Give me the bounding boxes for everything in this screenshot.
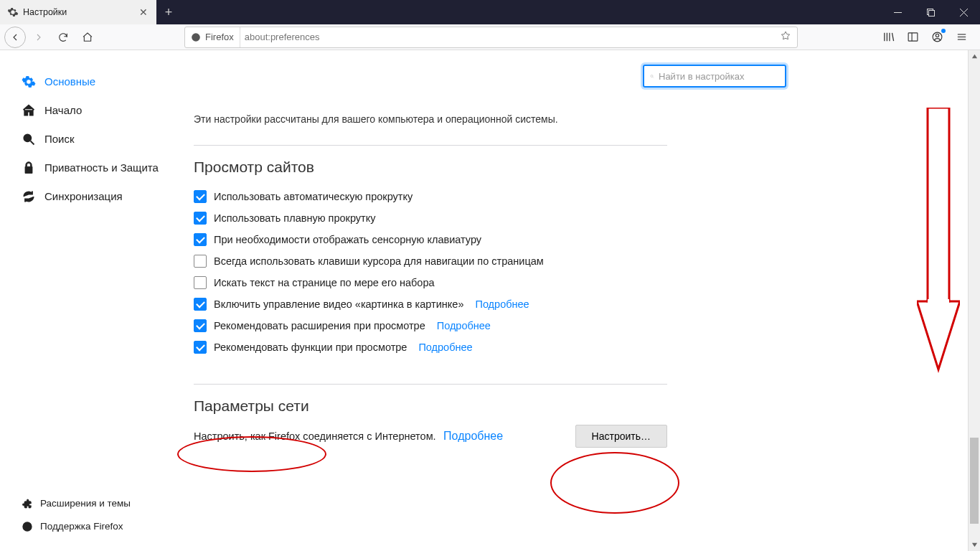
library-button[interactable] [877, 27, 900, 48]
checkbox-label: Рекомендовать расширения при просмотре [214, 320, 425, 331]
learn-more-link[interactable]: Подробнее [418, 342, 472, 353]
checkbox[interactable] [194, 233, 207, 246]
checkbox-smoothscroll[interactable]: Использовать плавную прокрутку [194, 207, 667, 229]
checkbox-autoscroll[interactable]: Использовать автоматическую прокрутку [194, 186, 667, 207]
sidebar-label: Поддержка Firefox [40, 521, 123, 532]
checkbox-label: Искать текст на странице по мере его наб… [214, 277, 435, 288]
vertical-scrollbar[interactable] [968, 50, 980, 551]
sidebar-item-home[interactable]: Начало [22, 96, 172, 125]
identity-label: Firefox [205, 32, 234, 42]
sync-icon [22, 189, 36, 204]
preferences-search[interactable] [643, 65, 786, 88]
checkbox-touchkeyboard[interactable]: При необходимости отображать сенсорную к… [194, 229, 667, 250]
lock-icon [22, 161, 36, 175]
sidebar-item-privacy[interactable]: Приватность и Защита [22, 154, 172, 182]
network-settings-button[interactable]: Настроить… [575, 425, 667, 448]
sidebar-item-general[interactable]: Основные [22, 67, 172, 96]
svg-point-5 [192, 33, 200, 42]
url-text: about:preferences [245, 32, 776, 42]
checkbox[interactable] [194, 341, 207, 354]
scroll-down-arrow[interactable] [969, 539, 980, 551]
checkbox[interactable] [194, 276, 207, 289]
checkbox-label: Включить управление видео «картинка в ка… [214, 298, 463, 310]
gear-icon [22, 75, 36, 89]
firefox-icon [191, 32, 201, 42]
network-description: Настроить, как Firefox соединяется с Инт… [194, 430, 436, 442]
sidebar-label: Расширения и темы [40, 498, 131, 509]
search-icon [650, 72, 654, 81]
checkbox-label: Использовать плавную прокрутку [214, 212, 375, 224]
sidebar-item-sync[interactable]: Синхронизация [22, 182, 172, 211]
help-icon [22, 521, 33, 532]
sidebar-item-support[interactable]: Поддержка Firefox [22, 515, 131, 538]
scroll-thumb[interactable] [970, 438, 979, 524]
checkbox-label: Всегда использовать клавиши курсора для … [214, 255, 544, 267]
categories-sidebar: Основные Начало Поиск Приватность и Защи… [0, 50, 172, 551]
identity-box[interactable]: Firefox [191, 27, 240, 47]
new-tab-button[interactable]: + [156, 0, 181, 24]
checkbox-label: Рекомендовать функции при просмотре [214, 342, 407, 353]
checkbox[interactable] [194, 255, 207, 268]
learn-more-link[interactable]: Подробнее [475, 298, 529, 310]
sidebar-label: Приватность и Защита [44, 161, 159, 174]
checkbox-recommend-extensions[interactable]: Рекомендовать расширения при просмотре П… [194, 315, 667, 336]
checkbox[interactable] [194, 319, 207, 332]
back-button[interactable] [4, 27, 26, 48]
separator [194, 145, 667, 146]
checkbox-label: Использовать автоматическую прокрутку [214, 191, 413, 202]
svg-point-13 [24, 134, 31, 141]
forward-button[interactable] [27, 27, 50, 48]
checkbox[interactable] [194, 298, 207, 311]
svg-point-16 [651, 75, 653, 77]
tab-title: Настройки [23, 7, 133, 17]
close-window-button[interactable] [947, 0, 980, 24]
sidebar-label: Основные [44, 75, 95, 88]
titlebar: Настройки ✕ + [0, 0, 980, 24]
svg-rect-6 [908, 33, 918, 41]
checkbox[interactable] [194, 190, 207, 203]
sidebar-label: Начало [44, 104, 82, 117]
home-icon [22, 103, 36, 118]
svg-point-9 [936, 34, 938, 37]
sidebar-label: Синхронизация [44, 190, 123, 203]
network-section-title: Параметры сети [194, 397, 667, 415]
window-controls [881, 0, 980, 24]
learn-more-link[interactable]: Подробнее [437, 320, 491, 331]
reload-button[interactable] [52, 27, 75, 48]
sidebar-item-extensions[interactable]: Расширения и темы [22, 492, 131, 515]
nav-toolbar: Firefox about:preferences [0, 24, 980, 50]
maximize-button[interactable] [914, 0, 947, 24]
checkbox-caret-browsing[interactable]: Всегда использовать клавиши курсора для … [194, 250, 667, 272]
account-button[interactable] [925, 27, 948, 48]
sidebar-label: Поиск [44, 133, 75, 146]
svg-line-14 [31, 141, 34, 145]
url-bar[interactable]: Firefox about:preferences [184, 27, 798, 48]
browsing-section-title: Просмотр сайтов [194, 159, 667, 176]
sidebar-item-search[interactable]: Поиск [22, 125, 172, 154]
sidebar-toggle-button[interactable] [901, 27, 924, 48]
search-icon [22, 132, 36, 146]
search-input[interactable] [659, 71, 779, 82]
gear-icon [7, 6, 19, 18]
scroll-up-arrow[interactable] [969, 50, 980, 62]
checkbox-recommend-features[interactable]: Рекомендовать функции при просмотре Подр… [194, 336, 667, 358]
separator [194, 384, 667, 385]
puzzle-icon [22, 498, 33, 509]
bookmark-star-icon[interactable] [780, 30, 791, 44]
minimize-button[interactable] [881, 0, 914, 24]
checkbox-pip[interactable]: Включить управление видео «картинка в ка… [194, 293, 667, 315]
preferences-content: Основные Начало Поиск Приватность и Защи… [0, 50, 980, 551]
browser-tab[interactable]: Настройки ✕ [0, 0, 156, 24]
checkbox-search-as-type[interactable]: Искать текст на странице по мере его наб… [194, 272, 667, 293]
svg-line-17 [653, 77, 654, 77]
home-button[interactable] [76, 27, 99, 48]
checkbox-label: При необходимости отображать сенсорную к… [214, 234, 481, 245]
app-menu-button[interactable] [950, 27, 973, 48]
checkbox[interactable] [194, 212, 207, 225]
network-learn-more-link[interactable]: Подробнее [443, 430, 503, 442]
main-pane: Эти настройки рассчитаны для вашего комп… [172, 50, 980, 551]
tab-close-button[interactable]: ✕ [138, 6, 149, 18]
intro-text: Эти настройки рассчитаны для вашего комп… [194, 113, 951, 125]
svg-rect-2 [928, 10, 934, 16]
